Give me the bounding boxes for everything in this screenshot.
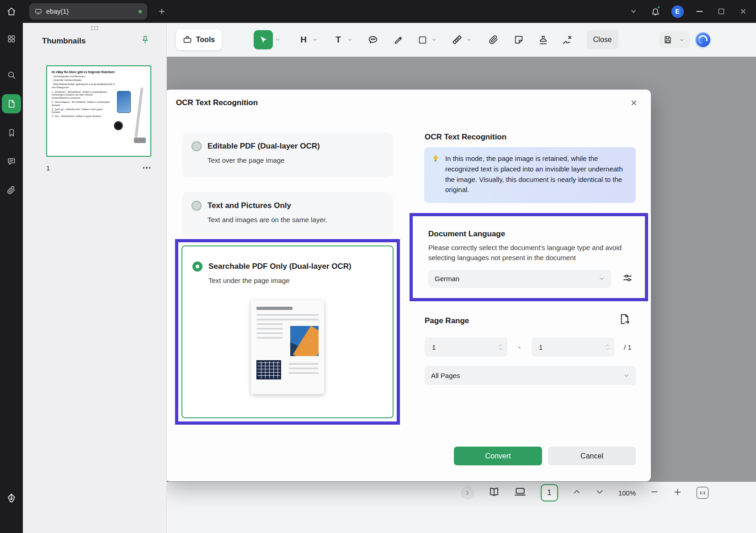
range-start-field[interactable]	[425, 337, 507, 357]
reading-mode-button[interactable]	[489, 486, 500, 499]
select-tool-chevron[interactable]	[275, 36, 280, 44]
cancel-button[interactable]: Cancel	[548, 447, 636, 465]
minus-icon	[650, 488, 659, 496]
ocr-dialog: OCR Text Recognition Editable PDF (Dual-…	[165, 90, 651, 481]
shapes-tool-chevron[interactable]	[431, 36, 437, 44]
cursor-icon	[259, 35, 268, 44]
sticker-tool-button[interactable]	[512, 33, 526, 47]
updf-logo-icon[interactable]	[0, 493, 23, 504]
unsaved-indicator-dot	[138, 10, 142, 13]
measure-tool-chevron[interactable]	[466, 36, 471, 44]
convert-button[interactable]: Convert	[454, 447, 542, 465]
shapes-tool-button[interactable]	[415, 33, 429, 47]
chevron-down-icon	[630, 8, 637, 15]
option-searchable-pdf[interactable]: Searchable PDF Only (Dual-layer OCR) Tex…	[181, 245, 394, 418]
current-page-box[interactable]: 1	[541, 484, 558, 501]
dialog-close-button[interactable]	[628, 97, 640, 109]
zoom-out-button[interactable]	[650, 488, 659, 498]
zoom-in-button[interactable]	[673, 488, 682, 498]
lightbulb-icon	[431, 155, 440, 163]
range-end-field[interactable]	[532, 337, 614, 357]
thumbnail-vacuum-head-image	[134, 138, 146, 143]
panel-drag-handle[interactable]	[91, 26, 98, 30]
heading-tool-button[interactable]: H	[297, 33, 310, 47]
presentation-mode-button[interactable]	[514, 486, 526, 500]
titlebar: ebay(1) E	[0, 0, 756, 23]
chevron-up-icon	[498, 343, 503, 347]
previous-page-button[interactable]	[573, 488, 581, 498]
range-end-input[interactable]	[539, 343, 594, 351]
signature-tool-button[interactable]	[561, 33, 575, 47]
home-button[interactable]	[0, 0, 23, 23]
radio-text-pictures[interactable]	[192, 201, 202, 211]
actual-size-button[interactable]: 1:1	[697, 487, 708, 499]
select-tool-button[interactable]	[254, 30, 273, 49]
maximize-button[interactable]	[710, 0, 732, 23]
page-thumbnail[interactable]: Im eBay Re-Store gibt es folgende Rubrik…	[46, 65, 151, 157]
sidebar-item-apps[interactable]	[2, 29, 21, 48]
floppy-icon	[663, 35, 672, 44]
range-start-stepper[interactable]	[498, 343, 503, 351]
paperclip-icon	[7, 186, 16, 195]
ai-assistant-button[interactable]	[696, 32, 710, 47]
attach-tool-button[interactable]	[487, 33, 500, 47]
measure-tool-button[interactable]	[450, 33, 464, 47]
sidebar-item-thumbnails[interactable]	[2, 94, 21, 113]
option-text-pictures[interactable]: Text and Pictures Only Text and images a…	[182, 192, 393, 237]
new-tab-button[interactable]	[154, 4, 169, 19]
chevron-down-icon	[596, 488, 604, 496]
sliders-icon	[622, 272, 633, 283]
heading-tool-chevron[interactable]	[313, 36, 318, 44]
next-page-button[interactable]	[596, 488, 604, 498]
page-icon	[7, 99, 16, 108]
language-description: Please correctly select the document's l…	[428, 243, 626, 263]
expand-statusbar-button[interactable]	[461, 486, 474, 499]
language-select[interactable]: German	[428, 270, 611, 288]
highlight-frame-language: Document Language Please correctly selec…	[410, 213, 648, 301]
save-button[interactable]	[661, 32, 675, 48]
radio-editable-pdf[interactable]	[192, 141, 202, 151]
highlighter-tool-button[interactable]	[392, 33, 405, 47]
selection-corner	[247, 296, 254, 304]
zoom-level[interactable]: 100%	[618, 489, 636, 497]
minimize-button[interactable]	[688, 0, 710, 23]
sidebar-item-search[interactable]	[2, 65, 21, 85]
page-mode-select[interactable]: All Pages	[425, 366, 636, 385]
option-editable-pdf[interactable]: Editable PDF (Dual-layer OCR) Text over …	[182, 133, 393, 177]
sidebar-item-bookmarks[interactable]	[2, 123, 21, 142]
chevron-right-icon	[464, 490, 470, 496]
chevron-down-icon	[679, 37, 684, 43]
pin-panel-button[interactable]	[140, 35, 150, 47]
range-end-stepper[interactable]	[605, 343, 610, 351]
text-tool-button[interactable]: T	[331, 33, 345, 47]
comment-tool-button[interactable]	[366, 33, 380, 47]
thumbnails-panel: Thumbnails Im eBay Re-Store gibt es folg…	[23, 23, 167, 533]
close-window-button[interactable]	[732, 0, 754, 23]
highlight-frame-searchable-option: Searchable PDF Only (Dual-layer OCR) Tex…	[175, 239, 400, 425]
range-start-input[interactable]	[432, 343, 487, 351]
page-range-options-button[interactable]	[618, 313, 630, 327]
toolbox-icon	[183, 35, 192, 44]
laptop-icon	[514, 486, 526, 498]
radio-searchable-pdf[interactable]	[192, 261, 202, 272]
sidebar-item-comments[interactable]	[2, 152, 21, 171]
account-avatar[interactable]: E	[666, 0, 688, 23]
language-settings-button[interactable]	[622, 272, 633, 285]
plus-icon	[673, 488, 682, 496]
chevron-down-icon	[599, 276, 605, 282]
save-options-chevron[interactable]	[675, 32, 688, 48]
notifications-button[interactable]	[644, 0, 666, 23]
document-tab[interactable]: ebay(1)	[29, 3, 147, 20]
page-range-title: Page Range	[425, 316, 469, 325]
ruler-icon	[452, 34, 463, 45]
collapse-chevron-button[interactable]	[623, 0, 644, 23]
tools-button[interactable]: Tools	[176, 29, 222, 50]
chevron-up-icon	[605, 343, 610, 347]
text-tool-chevron[interactable]	[347, 36, 352, 44]
thumbnail-more-button[interactable]	[142, 164, 152, 171]
stamp-tool-button[interactable]	[536, 33, 550, 47]
tools-label: Tools	[196, 36, 215, 44]
close-tools-button[interactable]: Close	[586, 30, 618, 49]
sidebar-item-attachments[interactable]	[2, 181, 21, 200]
option-subtitle: Text and images are on the same layer.	[208, 216, 383, 224]
